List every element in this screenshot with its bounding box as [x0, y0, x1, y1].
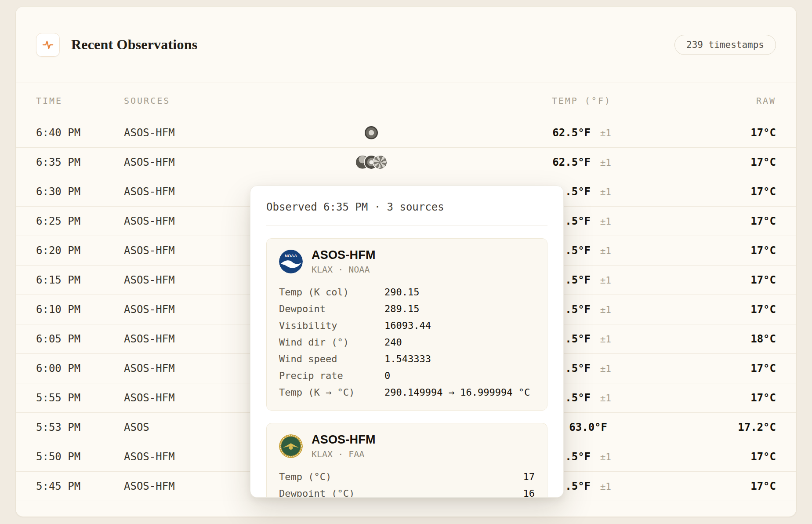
- timestamps-count-badge: 239 timestamps: [674, 35, 776, 55]
- row-source-name: ASOS-HFM: [124, 274, 175, 286]
- row-time: 6:20 PM: [36, 244, 124, 257]
- card-header: Recent Observations 239 timestamps: [16, 7, 796, 83]
- row-raw: 18°C: [611, 333, 776, 345]
- field-value: 290.15: [384, 287, 419, 298]
- field-label: Temp (K → °C): [279, 387, 384, 398]
- row-raw: 17°C: [611, 215, 776, 227]
- row-temp-uncertainty: ±1: [594, 216, 611, 227]
- row-temp-value: .5°F: [565, 303, 591, 316]
- source-field-row: Dewpoint 289.15: [279, 300, 535, 317]
- table-row[interactable]: 6:35 PM ASOS-HFM 62.5°F ±1 17°C: [16, 148, 796, 177]
- row-time: 5:50 PM: [36, 451, 124, 463]
- row-time: 6:30 PM: [36, 186, 124, 198]
- field-label: Wind speed: [279, 353, 384, 364]
- source-field-row: Temp (K → °C) 290.149994 → 16.999994 °C: [279, 384, 535, 400]
- row-raw: 17°C: [611, 303, 776, 316]
- row-temp-uncertainty: ±1: [594, 275, 611, 286]
- source-field-row: Wind dir (°) 240: [279, 334, 535, 350]
- source-name: ASOS-HFM: [312, 433, 376, 447]
- row-temp-uncertainty: ±1: [594, 452, 611, 462]
- field-value: 240: [384, 337, 402, 348]
- popover-source-card: NOAA ASOS-HFM KLAX · FAA Temp (°C) 17: [266, 423, 547, 498]
- row-source-name: ASOS-HFM: [124, 127, 175, 139]
- row-source: ASOS-HFM: [124, 118, 501, 147]
- row-raw: 17°C: [611, 127, 776, 139]
- row-temp-uncertainty: ±1: [594, 128, 611, 138]
- row-temp-uncertainty: ±1: [594, 187, 611, 197]
- activity-icon: [36, 33, 60, 57]
- source-logo: NOAA: [279, 250, 303, 273]
- row-temp-value: .5°F: [565, 244, 591, 257]
- table-header: TIME SOURCES TEMP (°F) RAW: [16, 83, 796, 118]
- row-raw: 17°C: [611, 480, 776, 492]
- column-header-time: TIME: [36, 95, 124, 106]
- source-identity: ASOS-HFM KLAX · FAA: [312, 433, 376, 459]
- source-field-row: Wind speed 1.543333: [279, 350, 535, 367]
- seal-seal-icon: [365, 126, 378, 139]
- field-label: Dewpoint (°C): [279, 488, 355, 498]
- row-temp-value: 63.0°F: [569, 421, 607, 433]
- noaa-logo-icon: NOAA: [279, 250, 303, 273]
- field-label: Wind dir (°): [279, 337, 384, 348]
- row-temp-value: .5°F: [565, 480, 591, 492]
- row-time: 6:15 PM: [36, 274, 124, 286]
- row-temp-uncertainty: ±1: [594, 246, 611, 256]
- field-label: Temp (K col): [279, 287, 384, 298]
- row-temp: 62.5°F ±1: [501, 156, 611, 168]
- source-identity: ASOS-HFM KLAX · NOAA: [312, 248, 376, 275]
- source-field-row: Dewpoint (°C) 16: [279, 485, 535, 498]
- row-time: 6:25 PM: [36, 215, 124, 227]
- row-raw: 17°C: [611, 451, 776, 463]
- row-time: 5:45 PM: [36, 480, 124, 492]
- field-label: Visibility: [279, 320, 384, 331]
- row-temp-value: 62.5°F: [552, 127, 591, 139]
- row-temp-uncertainty: ±1: [594, 334, 611, 345]
- row-source-name: ASOS-HFM: [124, 480, 175, 492]
- source-station: KLAX · NOAA: [312, 264, 376, 275]
- row-source-icons[interactable]: [338, 118, 404, 147]
- column-header-sources: SOURCES: [124, 95, 501, 106]
- row-temp-value: .5°F: [565, 333, 591, 345]
- row-source-name: ASOS: [124, 421, 149, 433]
- row-temp-value: 62.5°F: [552, 156, 591, 168]
- popover-title: Observed 6:35 PM · 3 sources: [266, 201, 547, 226]
- source-fields: Temp (°C) 17 Dewpoint (°C) 16: [279, 468, 535, 498]
- row-source-name: ASOS-HFM: [124, 215, 175, 227]
- row-time: 6:05 PM: [36, 333, 124, 345]
- field-value: 290.149994 → 16.999994 °C: [384, 387, 530, 398]
- page-title: Recent Observations: [71, 36, 197, 53]
- row-raw: 17°C: [611, 156, 776, 168]
- source-field-row: Precip rate 0: [279, 367, 535, 384]
- row-temp-uncertainty: ±1: [594, 364, 611, 374]
- faa-logo-icon: [279, 434, 303, 458]
- svg-text:NOAA: NOAA: [285, 253, 297, 258]
- row-temp-value: .5°F: [565, 362, 591, 375]
- field-value: 1.543333: [384, 353, 431, 364]
- row-temp-value: .5°F: [565, 392, 591, 404]
- row-source-icons[interactable]: [338, 148, 404, 177]
- source-name: ASOS-HFM: [312, 248, 376, 262]
- sun-seal-icon: [373, 156, 387, 169]
- field-value: 17: [523, 471, 535, 482]
- source-field-row: Visibility 16093.44: [279, 317, 535, 334]
- field-label: Precip rate: [279, 370, 384, 381]
- field-value: 289.15: [384, 303, 419, 314]
- row-temp-uncertainty: ±1: [594, 305, 611, 315]
- row-source-name: ASOS-HFM: [124, 333, 175, 345]
- source-card-header: NOAA ASOS-HFM KLAX · NOAA: [279, 248, 535, 275]
- row-temp-value: .5°F: [565, 186, 591, 198]
- row-raw: 17.2°C: [611, 421, 776, 433]
- row-time: 6:40 PM: [36, 127, 124, 139]
- row-temp-uncertainty: ±1: [594, 157, 611, 168]
- field-value: 0: [384, 370, 390, 381]
- row-temp-uncertainty: ±1: [594, 393, 611, 404]
- row-time: 5:53 PM: [36, 421, 124, 433]
- source-fields: Temp (K col) 290.15 Dewpoint 289.15 Visi…: [279, 284, 535, 400]
- source-card-header: NOAA ASOS-HFM KLAX · FAA: [279, 433, 535, 459]
- table-row[interactable]: 6:40 PM ASOS-HFM 62.5°F ±1 17°C: [16, 118, 796, 148]
- source-logo: NOAA: [279, 434, 303, 458]
- row-source-name: ASOS-HFM: [124, 451, 175, 463]
- field-label: Temp (°C): [279, 471, 331, 482]
- row-temp-uncertainty: ±1: [594, 481, 611, 492]
- popover-sources: NOAA ASOS-HFM KLAX · NOAA Temp (K col) 2…: [266, 238, 547, 498]
